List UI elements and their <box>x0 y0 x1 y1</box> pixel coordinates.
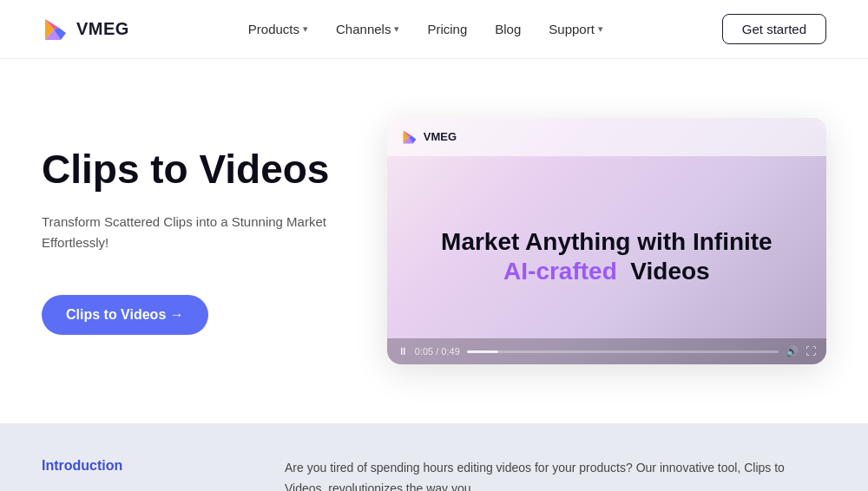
video-logo-icon <box>401 128 418 146</box>
chevron-down-icon: ▾ <box>394 23 399 35</box>
hero-cta-button[interactable]: Clips to Videos → <box>42 295 208 335</box>
hero-title: Clips to Videos <box>42 147 340 192</box>
intro-text: Are you tired of spending hours editing … <box>285 458 826 491</box>
video-logo-text: VMEG <box>424 130 457 143</box>
logo-icon <box>42 16 69 43</box>
video-headline-accent: AI-crafted <box>503 258 617 285</box>
video-controls: ⏸ 0:05 / 0:49 🔊 ⛶ <box>387 338 826 364</box>
progress-bar[interactable] <box>467 350 779 353</box>
bottom-left: Introduction <box>42 458 215 491</box>
nav-blog[interactable]: Blog <box>484 15 531 43</box>
video-top-bar: VMEG <box>387 118 826 156</box>
hero-section: Clips to Videos Transform Scattered Clip… <box>0 59 868 423</box>
nav-links: Products ▾ Channels ▾ Pricing Blog Suppo… <box>238 15 614 43</box>
navbar: VMEG Products ▾ Channels ▾ Pricing Blog … <box>0 0 868 59</box>
hero-left: Clips to Videos Transform Scattered Clip… <box>42 147 340 336</box>
pause-icon[interactable]: ⏸ <box>398 345 408 357</box>
nav-pricing[interactable]: Pricing <box>417 15 477 43</box>
fullscreen-icon[interactable]: ⛶ <box>806 345 816 357</box>
video-time: 0:05 / 0:49 <box>415 346 460 357</box>
bottom-right: Are you tired of spending hours editing … <box>285 458 826 491</box>
chevron-down-icon: ▾ <box>303 23 308 35</box>
bottom-section: Introduction Are you tired of spending h… <box>0 423 868 491</box>
logo-text: VMEG <box>76 19 129 39</box>
intro-label: Introduction <box>42 458 215 474</box>
video-card: VMEG Market Anything with Infinite AI-cr… <box>387 118 826 365</box>
nav-channels[interactable]: Channels ▾ <box>326 15 410 43</box>
get-started-button[interactable]: Get started <box>722 14 826 44</box>
hero-right: VMEG Market Anything with Infinite AI-cr… <box>387 118 826 365</box>
chevron-down-icon: ▾ <box>598 23 603 35</box>
video-content: Market Anything with Infinite AI-crafted… <box>387 156 826 365</box>
video-headline: Market Anything with Infinite AI-crafted… <box>441 227 773 285</box>
progress-fill <box>467 350 498 353</box>
volume-icon[interactable]: 🔊 <box>786 345 799 357</box>
hero-subtitle: Transform Scattered Clips into a Stunnin… <box>42 212 340 253</box>
nav-support[interactable]: Support ▾ <box>538 15 614 43</box>
logo-link[interactable]: VMEG <box>42 16 129 43</box>
nav-products[interactable]: Products ▾ <box>238 15 319 43</box>
